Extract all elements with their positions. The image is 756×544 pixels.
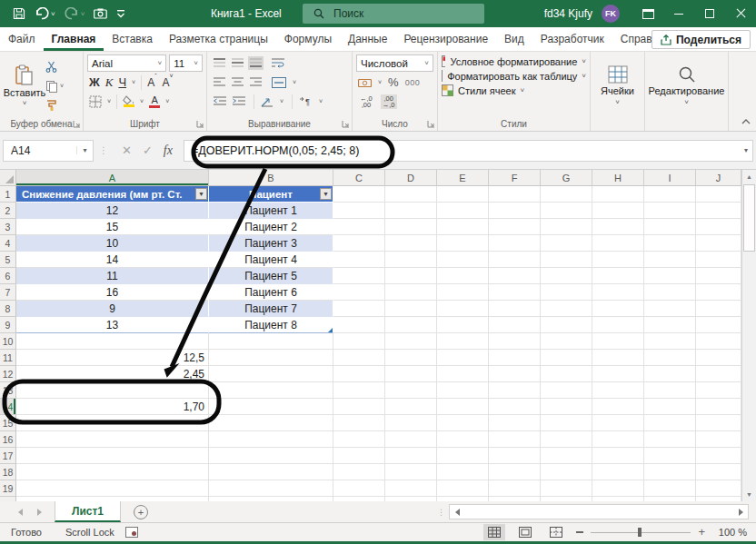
column-header-A[interactable]: A [16, 170, 209, 186]
cell-A13[interactable] [16, 382, 209, 399]
cell-D4[interactable] [385, 235, 437, 252]
cell-A17[interactable] [16, 448, 209, 464]
cell-E15[interactable] [437, 415, 489, 431]
cell-C11[interactable] [333, 350, 385, 366]
cell-I12[interactable] [644, 366, 696, 382]
close-button[interactable] [725, 0, 756, 27]
cell-E17[interactable] [437, 448, 489, 464]
cell-A3[interactable]: 15 [16, 219, 209, 235]
row-header-19[interactable]: 19 [0, 480, 16, 497]
cell-G16[interactable] [541, 431, 592, 448]
cell-C2[interactable] [333, 203, 385, 219]
cell-F7[interactable] [489, 284, 541, 301]
cell-B6[interactable]: Пациент 5 [209, 268, 333, 284]
cell-I19[interactable] [644, 480, 696, 497]
cell-H6[interactable] [592, 268, 644, 284]
cell-F17[interactable] [489, 448, 541, 464]
editing-group[interactable]: Редактирование ˅ [645, 52, 729, 131]
expand-formula-bar-icon[interactable]: ▾ [744, 146, 748, 154]
cell-styles-button[interactable]: Стили ячеек˅ [442, 84, 586, 96]
insert-function-icon[interactable]: fx [164, 143, 173, 158]
cell-H15[interactable] [592, 415, 644, 431]
sheet-tab-active[interactable]: Лист1 [55, 501, 121, 522]
share-button[interactable]: Поделиться [652, 30, 751, 49]
scroll-left-icon[interactable] [450, 509, 464, 516]
cell-F13[interactable] [489, 382, 541, 399]
cell-G12[interactable] [541, 366, 592, 382]
number-format-combo[interactable]: Числовой˅ [356, 54, 433, 72]
cell-E19[interactable] [437, 480, 489, 497]
cell-I6[interactable] [644, 268, 696, 284]
zoom-slider-handle[interactable] [638, 528, 642, 537]
row-header-1[interactable]: 1 [0, 186, 16, 203]
cell-B7[interactable]: Пациент 6 [209, 284, 333, 301]
cell-J19[interactable] [696, 480, 741, 497]
cell-A9[interactable]: 13 [16, 317, 209, 333]
row-header-5[interactable]: 5 [0, 252, 16, 268]
cell-G8[interactable] [541, 301, 592, 317]
horizontal-scrollbar[interactable] [449, 504, 749, 519]
cell-J16[interactable] [696, 431, 741, 448]
percent-style-button[interactable]: % [388, 75, 399, 89]
row-header-16[interactable]: 16 [0, 431, 16, 448]
cell-F18[interactable] [489, 464, 541, 480]
row-header-14[interactable]: 14 [0, 399, 16, 415]
cell-E9[interactable] [437, 317, 489, 333]
cell-H1[interactable] [592, 186, 644, 203]
scroll-down-icon[interactable]: ▼ [746, 488, 752, 501]
undo-dropdown-icon[interactable]: ˅ [51, 10, 55, 18]
cell-J15[interactable] [696, 415, 741, 431]
text-direction-icon[interactable]: ¶ [299, 96, 313, 106]
underline-dropdown-icon[interactable]: ˅ [132, 79, 135, 85]
align-left-icon[interactable] [214, 77, 225, 87]
cells-dropdown-icon[interactable]: ˅ [615, 98, 620, 106]
italic-button[interactable]: К [105, 75, 114, 90]
cell-J2[interactable] [696, 203, 741, 219]
filter-dropdown-icon[interactable]: ▼ [320, 188, 332, 200]
minimize-button[interactable] [663, 0, 694, 27]
cell-G9[interactable] [541, 317, 592, 333]
page-break-view-button[interactable] [545, 524, 567, 540]
copy-button[interactable]: ˅ [45, 78, 64, 94]
cell-H16[interactable] [592, 431, 644, 448]
cell-C1[interactable] [333, 186, 385, 203]
cell-E18[interactable] [437, 464, 489, 480]
merge-center-icon[interactable] [272, 77, 286, 88]
tab-scroll-splitter[interactable]: ⋮ [437, 508, 445, 517]
cell-D11[interactable] [385, 350, 437, 366]
column-header-E[interactable]: E [437, 170, 489, 186]
cell-C3[interactable] [333, 219, 385, 235]
cell-D9[interactable] [385, 317, 437, 333]
cell-J1[interactable] [696, 186, 741, 203]
cell-C10[interactable] [333, 333, 385, 350]
orientation-icon[interactable] [261, 96, 274, 107]
align-middle-icon[interactable] [232, 58, 244, 68]
cell-F14[interactable] [489, 399, 541, 415]
cell-B8[interactable]: Пациент 7 [209, 301, 333, 317]
cell-E5[interactable] [437, 252, 489, 268]
cell-A7[interactable]: 16 [16, 284, 209, 301]
cell-G11[interactable] [541, 350, 592, 366]
select-all-corner[interactable] [0, 170, 16, 186]
zoom-out-button[interactable] [576, 531, 583, 533]
zoom-slider[interactable] [591, 532, 691, 533]
cell-H11[interactable] [592, 350, 644, 366]
vertical-scroll-thumb[interactable] [743, 184, 755, 252]
cell-D10[interactable] [385, 333, 437, 350]
cell-F6[interactable] [489, 268, 541, 284]
cell-A19[interactable] [16, 480, 209, 497]
cell-B13[interactable] [209, 382, 333, 399]
cell-A8[interactable]: 9 [16, 301, 209, 317]
cell-E2[interactable] [437, 203, 489, 219]
cell-D19[interactable] [385, 480, 437, 497]
cell-G18[interactable] [541, 464, 592, 480]
page-layout-view-button[interactable] [514, 524, 536, 540]
font-name-combo[interactable]: Arial˅ [87, 54, 166, 72]
cell-H8[interactable] [592, 301, 644, 317]
cell-B11[interactable] [209, 350, 333, 366]
cell-D17[interactable] [385, 448, 437, 464]
cell-E3[interactable] [437, 219, 489, 235]
cell-A5[interactable]: 14 [16, 252, 209, 268]
font-color-button[interactable]: А [149, 95, 160, 108]
cell-H10[interactable] [592, 333, 644, 350]
